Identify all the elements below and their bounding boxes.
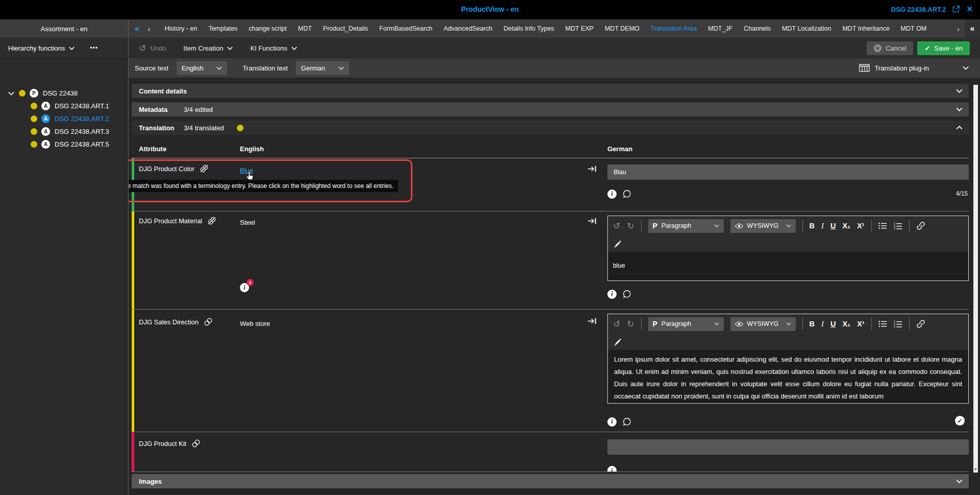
view-mode-select[interactable]: WYSIWYG <box>730 219 796 233</box>
source-language-select[interactable]: English <box>177 61 228 75</box>
chevron-down-icon[interactable] <box>956 479 963 483</box>
column-header-english: English <box>240 145 264 153</box>
tab-mdt-inheritance[interactable]: MDT Inheritance <box>842 25 889 32</box>
subscript-button[interactable]: X₁ <box>842 222 850 230</box>
italic-button[interactable]: I <box>821 320 824 328</box>
copy-to-translation-icon[interactable] <box>587 164 597 173</box>
tab-templates[interactable]: Templates <box>208 25 237 32</box>
superscript-button[interactable]: X¹ <box>857 222 865 230</box>
comment-icon[interactable] <box>622 189 632 199</box>
copy-to-translation-icon[interactable] <box>587 317 597 325</box>
scroll-down-arrow-icon[interactable]: ▼ <box>973 467 978 472</box>
ki-functions-menu[interactable]: KI Functions <box>250 44 297 52</box>
tab-advancedsearch[interactable]: AdvancedSearch <box>444 25 492 32</box>
underline-button[interactable]: U <box>830 222 836 230</box>
italic-button[interactable]: I <box>821 222 824 230</box>
more-options-icon[interactable]: ••• <box>90 44 98 52</box>
vertical-scrollbar[interactable]: ▼ <box>973 85 978 473</box>
back-icon[interactable]: ‹ <box>148 25 150 33</box>
editor-content[interactable]: blue <box>608 252 968 280</box>
link-icon[interactable] <box>203 317 213 327</box>
tree-item-article-5[interactable]: A DSG 22438.ART.5 <box>0 138 128 151</box>
tab-translation-area[interactable]: Translation Area <box>651 25 697 32</box>
close-icon[interactable]: ✕ <box>966 5 973 14</box>
link-button[interactable] <box>916 221 925 230</box>
tab-details-info-types[interactable]: Details Info Types <box>503 25 554 32</box>
section-translation[interactable]: Translation 3/4 translated <box>132 121 969 135</box>
link-broken-icon[interactable] <box>199 163 209 174</box>
comment-icon[interactable] <box>622 289 632 299</box>
link-button[interactable] <box>916 319 925 328</box>
editor-redo-icon[interactable]: ↻ <box>627 221 634 231</box>
tab-product-details[interactable]: Product_Details <box>323 25 368 32</box>
eye-icon <box>735 321 743 327</box>
tab-formbasedsearch[interactable]: FormBasedSearch <box>379 25 432 32</box>
chevron-down-icon <box>8 91 14 96</box>
bold-button[interactable]: B <box>810 222 815 230</box>
hierarchy-functions-menu[interactable]: Hierarchy functions <box>8 44 75 52</box>
tree-item-product[interactable]: P DSG 22438 <box>0 87 128 100</box>
item-creation-menu[interactable]: Item Creation <box>183 44 233 52</box>
tab-mdt-om[interactable]: MDT OM <box>901 25 926 32</box>
german-translation-input[interactable]: Blau <box>607 164 969 180</box>
editor-redo-icon[interactable]: ↻ <box>627 319 634 329</box>
chevron-down-icon[interactable] <box>956 107 963 111</box>
numbered-list-button[interactable]: 123 <box>894 222 902 229</box>
highlighter-icon[interactable] <box>613 338 622 346</box>
section-metadata[interactable]: Metadata 3/4 edited <box>132 102 969 116</box>
tab-channels[interactable]: Channels <box>744 25 771 32</box>
translation-plugin-select[interactable]: Translation plug-in <box>859 64 969 72</box>
tree-item-article-2-selected[interactable]: A DSG 22438.ART.2 <box>0 112 128 125</box>
chevron-down-icon[interactable] <box>956 89 963 93</box>
status-dot-yellow <box>31 128 37 135</box>
link-icon[interactable] <box>191 438 201 449</box>
undo-button[interactable]: ↺ Undo <box>139 43 166 54</box>
source-text: Steel <box>240 219 255 226</box>
german-translation-input[interactable] <box>607 439 969 455</box>
comment-icon[interactable] <box>622 417 632 427</box>
info-with-badge[interactable]: i 1 <box>240 283 249 292</box>
collapse-left-panel-icon[interactable]: « <box>135 23 139 34</box>
tab-mdt-localization[interactable]: MDT Localization <box>782 25 831 32</box>
editor-undo-icon[interactable]: ↺ <box>613 221 620 231</box>
link-broken-icon[interactable] <box>207 216 217 226</box>
approved-check-icon[interactable]: ✓ <box>955 416 965 426</box>
tree-item-article-3[interactable]: A DSG 22438.ART.3 <box>0 125 128 138</box>
open-external-icon[interactable] <box>952 5 960 13</box>
subscript-button[interactable]: X₁ <box>842 320 850 328</box>
info-icon[interactable]: i <box>607 417 617 427</box>
bullet-list-button[interactable] <box>878 222 887 229</box>
chevron-up-icon[interactable] <box>956 126 963 130</box>
bold-button[interactable]: B <box>810 320 815 328</box>
bullet-list-button[interactable] <box>878 320 887 327</box>
numbered-list-button[interactable]: 123 <box>894 320 902 327</box>
section-content-details[interactable]: Content details <box>132 84 969 98</box>
view-mode-select[interactable]: WYSIWYG <box>730 317 796 331</box>
section-images[interactable]: Images <box>132 474 969 488</box>
target-language-select[interactable]: German <box>296 61 349 75</box>
info-icon[interactable]: i <box>607 190 617 199</box>
tab-mdt-jf[interactable]: MDT_JF <box>708 25 732 32</box>
paragraph-style-select[interactable]: P Paragraph <box>648 219 724 233</box>
tab-mdt[interactable]: MDT <box>298 25 312 32</box>
attribute-label: DJG Product Material <box>139 217 202 225</box>
superscript-button[interactable]: X¹ <box>857 320 865 328</box>
tree-item-article-1[interactable]: A DSG 22438.ART.1 <box>0 100 128 112</box>
action-toolbar: ↺ Undo Item Creation KI Functions ✕ Canc… <box>129 38 980 58</box>
editor-undo-icon[interactable]: ↺ <box>613 319 620 329</box>
tab-mdt-exp[interactable]: MDT EXP <box>566 25 594 32</box>
paragraph-style-select[interactable]: P Paragraph <box>648 317 724 331</box>
highlighter-icon[interactable] <box>613 240 622 248</box>
info-icon[interactable]: i <box>607 466 617 472</box>
copy-to-translation-icon[interactable] <box>587 217 597 225</box>
save-button[interactable]: ✓ Save - en <box>917 41 970 55</box>
tab-mdt-demo[interactable]: MDT DEMO <box>605 25 640 32</box>
underline-button[interactable]: U <box>830 320 836 328</box>
tab-change-script[interactable]: change script <box>249 25 286 32</box>
tab-history-en[interactable]: History - en <box>164 25 197 32</box>
cancel-button[interactable]: ✕ Cancel <box>867 41 913 55</box>
editor-content[interactable]: Lorem ipsum dolor sit amet, consectetur … <box>608 350 968 403</box>
tabs-overflow-icon[interactable]: › <box>957 25 960 33</box>
info-icon[interactable]: i <box>607 290 617 299</box>
collapse-tabs-icon[interactable]: « <box>965 19 980 38</box>
